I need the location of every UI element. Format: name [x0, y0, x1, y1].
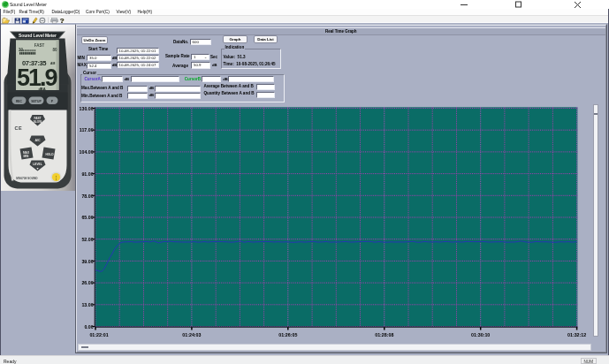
- svg-text:01:24:03: 01:24:03: [182, 332, 201, 337]
- svg-text:01:22:01: 01:22:01: [89, 332, 108, 337]
- svg-text:130.00: 130.00: [79, 106, 93, 111]
- svg-text:117.00: 117.00: [80, 127, 94, 133]
- svg-text:01:28:08: 01:28:08: [375, 332, 393, 337]
- svg-text:13.00: 13.00: [81, 302, 93, 307]
- svg-text:26.00: 26.00: [81, 280, 93, 285]
- svg-text:0.00: 0.00: [84, 324, 93, 330]
- svg-text:104.00: 104.00: [79, 149, 93, 155]
- svg-text:01:32:12: 01:32:12: [567, 332, 586, 337]
- svg-text:52.00: 52.00: [81, 237, 93, 242]
- svg-text:91.00: 91.00: [81, 171, 93, 177]
- svg-text:01:26:05: 01:26:05: [278, 332, 297, 337]
- svg-text:65.00: 65.00: [81, 215, 93, 220]
- svg-text:78.00: 78.00: [81, 193, 93, 199]
- svg-text:39.00: 39.00: [81, 259, 93, 264]
- svg-text:?: ?: [60, 17, 65, 25]
- svg-text:01:30:10: 01:30:10: [471, 332, 490, 337]
